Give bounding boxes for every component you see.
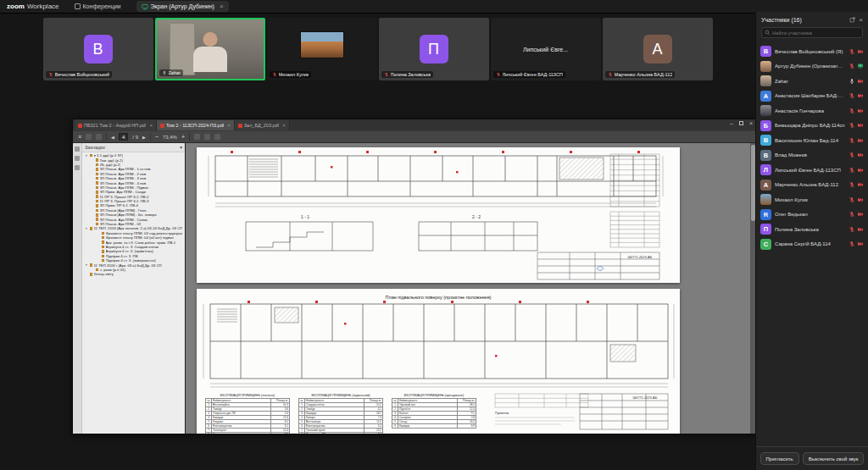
attachments-panel-icon[interactable] [75,165,80,170]
participant-row[interactable]: Анастасія Гончарова [760,103,864,119]
video-feed-person [203,32,217,47]
bookmark-icon [96,191,99,194]
bookmark-label: Том. рдб (р.2) [100,158,123,163]
invite-button[interactable]: Пригласить [760,452,799,465]
camera-off-icon[interactable] [857,108,864,114]
pdf-file-tab[interactable]: ПБ321 Том 2 - Андрій НП.pdf× [75,120,157,130]
print-icon[interactable] [96,134,102,140]
camera-off-icon[interactable] [857,78,864,85]
bookmark-label: ЗП Плани (Арк ППМ) - Бл. поверх [100,213,157,217]
camera-off-icon[interactable] [857,152,864,158]
thumbnails-panel-icon[interactable] [75,156,80,161]
camera-off-icon[interactable] [857,48,864,55]
video-tile[interactable]: Михаил Кулик [267,18,377,80]
save-icon[interactable] [86,134,92,140]
pdf-file-tab[interactable]: Зал_БД_203.pdf× [235,120,290,130]
mic-muted-icon[interactable] [849,63,855,69]
camera-off-icon[interactable] [857,92,864,99]
mic-muted-icon[interactable] [849,108,855,114]
close-tab-icon[interactable]: × [227,123,231,128]
fit-width-icon[interactable] [194,134,200,140]
camera-off-icon[interactable] [857,211,864,218]
rotate-icon[interactable] [204,134,210,140]
camera-off-icon[interactable] [857,137,864,144]
schedule-table: №НайменуванняПлоща м²1Вентиляційна41,32Т… [205,398,290,434]
mic-muted-icon[interactable] [849,137,855,144]
camera-off-icon[interactable] [857,196,864,203]
bookmark-icon [96,181,99,185]
tab-conferences[interactable]: Конференции [70,2,126,11]
bookmarks-panel-icon[interactable] [75,147,80,152]
mic-muted-icon[interactable] [849,48,855,55]
previous-page-icon[interactable]: ◀ [111,135,114,140]
page-number-input[interactable]: 4 [119,133,128,141]
video-tile[interactable]: ППолина Заловська [379,18,489,80]
close-tab-icon[interactable]: × [220,3,224,10]
camera-off-icon[interactable] [857,167,864,174]
participant-row[interactable]: ББемыщара Дніпро БАД-114сп [760,119,864,134]
chevron-down-icon[interactable]: ▾ [180,145,182,150]
mic-muted-icon[interactable] [849,152,855,158]
participant-row[interactable]: АМарченко Альона БАД-112 [760,178,864,193]
mic-muted-icon[interactable] [849,226,855,233]
tab-conferences-label: Конференции [83,3,121,9]
minimize-icon[interactable]: – [730,120,733,126]
participant-row[interactable]: Zahar [760,74,864,89]
participant-row[interactable]: ААнастасия Шахбарян БАД-114 [760,89,864,104]
bookmark-item[interactable]: Кінець звіту [82,272,185,276]
bookmark-label: ЗП Плани. Арк ППМ - Схема [100,218,148,222]
highlight-icon[interactable] [214,134,220,140]
mic-muted-icon[interactable] [849,211,855,218]
video-tile[interactable]: ВВячеслав Войцеховський [43,18,153,80]
next-page-icon[interactable]: ▶ [142,135,146,140]
participant-avatar: R [760,209,771,220]
video-tile[interactable]: Zahar [155,18,265,80]
bookmark-item[interactable]: ▾11 ТЕП. 2024 (Арк заголов. 2-х) 03-24 Б… [82,226,185,230]
participant-row[interactable]: Артур Дубинин (Организатор) [760,59,864,75]
participant-row[interactable]: ВВасилишин Юліан Бад-114 [760,133,864,148]
camera-off-icon[interactable] [857,122,864,129]
close-tab-icon[interactable]: × [149,123,153,128]
window-controls: – × [730,120,753,126]
participant-row[interactable]: ЛЛипський Євген БАД-113СП [760,163,864,178]
mic-muted-icon[interactable] [849,241,855,247]
search-input[interactable] [772,30,860,36]
participant-row[interactable]: ППолина Заловська [760,222,864,237]
pdf-page-1: 1 - 1 2 - 2 [197,147,680,283]
zoom-app-window: zoom Workplace Конференции Экран (Артур … [0,0,868,470]
room-schedule-table: ЕКСПЛІКАЦІЯ ПРИМІЩЕНЬ (технічна)№Наймену… [205,394,290,434]
menu-icon[interactable]: ≡ [78,134,81,140]
participant-name-label: Zahar [159,69,183,76]
close-tab-icon[interactable]: × [282,123,286,128]
participant-search[interactable] [761,27,863,38]
camera-off-icon[interactable] [857,181,864,188]
pdf-file-tab[interactable]: Том 2 - 113СП-2024-ПЗ.pdf× [157,120,235,130]
mic-muted-icon[interactable] [849,92,855,99]
zoom-out-icon[interactable]: − [155,134,159,140]
mic-muted-icon[interactable] [849,181,855,188]
close-panel-icon[interactable]: × [859,16,863,24]
tab-screen-share[interactable]: Экран (Артур Дубинин) × [136,1,229,12]
participant-row[interactable]: ВВлад Можеєв [760,148,864,163]
video-tile[interactable]: Липський Євге...Липський Євген БАД-113СП [491,18,601,80]
mute-self-button[interactable]: Выключить свой звук [803,452,865,465]
conferences-icon [75,3,81,9]
close-window-icon[interactable]: × [749,120,753,126]
mic-muted-icon[interactable] [849,122,855,129]
camera-off-icon[interactable] [857,226,864,233]
participant-row[interactable]: Михаил Кулик [760,192,864,207]
screen-share-icon[interactable] [857,63,864,69]
notes-label: Примітки: [495,412,509,415]
maximize-icon[interactable] [739,121,743,125]
popout-icon[interactable] [849,17,855,23]
pdf-canvas[interactable]: 1 - 1 2 - 2 [186,143,756,434]
participant-row[interactable]: ВВячеслав Войцеховський (Я) [760,44,864,59]
camera-off-icon[interactable] [857,241,864,247]
mic-muted-icon[interactable] [849,167,855,174]
video-tile[interactable]: АМарченко Альона БАД-112 [603,18,713,80]
mic-on-icon[interactable] [849,78,855,85]
zoom-in-icon[interactable]: + [181,134,185,140]
mic-muted-icon[interactable] [849,196,855,203]
participant-row[interactable]: RОлег Ведькал [760,207,864,223]
participant-row[interactable]: ССарана Сергій БАД-114 [760,237,864,252]
